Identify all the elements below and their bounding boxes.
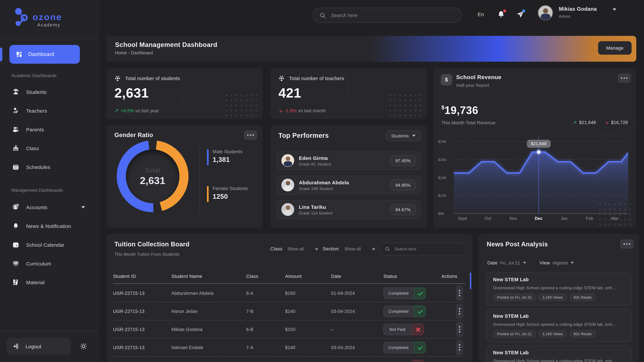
sidebar-item-news-notification[interactable]: News & Notification: [0, 217, 98, 235]
y-tick: $8k: [438, 212, 444, 216]
performer-row[interactable]: Eden Girma Grade 8C Student 97.45%: [276, 151, 420, 170]
chevron-down-icon[interactable]: [523, 262, 526, 264]
status-label: Completed: [384, 287, 414, 299]
sidebar-item-students[interactable]: Students: [0, 82, 98, 101]
news-item-title: New STEM Lab: [493, 350, 529, 355]
news-item-desc: Greenwood High School opened a cutting-e…: [493, 359, 626, 362]
cell-student-id: UGR-22715-13: [113, 327, 144, 332]
manage-button[interactable]: Manage: [598, 41, 632, 55]
cell-date: –: [331, 327, 334, 332]
col-actions: Actions: [442, 274, 457, 279]
logout-button[interactable]: Logout: [7, 338, 70, 355]
news-title: News Post Analysis: [487, 241, 548, 248]
sidebar-item-accounts[interactable]: Accounts: [0, 198, 98, 217]
x-tick: Nov: [510, 216, 517, 221]
table-row: UGR-22715-13 Natnael Endale 7-A $140 03-…: [113, 339, 466, 357]
stat-value: 421: [278, 85, 301, 100]
dashboard-grid-icon: [16, 51, 23, 58]
news-item[interactable]: New STEM Lab Greenwood High School opene…: [486, 345, 632, 362]
active-indicator: [0, 48, 2, 61]
brand-name: ozone: [32, 12, 62, 22]
sidebar-item-schedules[interactable]: Schedules: [0, 158, 98, 176]
sidebar-item-material[interactable]: Material: [0, 273, 98, 292]
tuition-subtitle: This Month Tuition From Students: [114, 252, 180, 257]
performer-row[interactable]: Lina Tariku Grade 11A Student 94.67%: [276, 200, 420, 219]
sidebar-item-teachers[interactable]: Teachers: [0, 101, 98, 120]
cell-amount: $150: [285, 291, 296, 296]
sidebar-item-class[interactable]: Class: [0, 139, 98, 158]
sidebar-item-parents[interactable]: Parents: [0, 120, 98, 139]
sidebar-item-label: Curriculum: [26, 261, 51, 266]
tuition-search: [379, 243, 466, 255]
y-tick: $16k: [438, 175, 446, 179]
teachers-stat-card: Total number of teachers 421 ↘-1.8% vs l…: [270, 68, 427, 119]
chevron-down-icon[interactable]: [570, 262, 574, 264]
row-actions-button[interactable]: [456, 304, 463, 319]
sidebar-item-label: Accounts: [26, 204, 48, 210]
news-menu-button[interactable]: [620, 239, 634, 249]
performers-filter-dropdown[interactable]: Students: [386, 130, 420, 141]
legend-value: 1,381: [213, 156, 242, 164]
col-date: Date: [331, 274, 341, 279]
chevron-down-icon[interactable]: [315, 248, 318, 250]
table-row: UGR-22715-13 Harun Jeilan 7-B $140 03-04…: [113, 302, 466, 321]
performer-row[interactable]: Abdurahman Abdela Grade 10B Student 94.9…: [276, 176, 420, 194]
cell-date: 03-04-2024: [331, 309, 355, 314]
revenue-mini-stats: ↗$21,648 ↘$16,728: [573, 120, 628, 125]
cell-student-name: Harun Jeilan: [172, 309, 198, 314]
app-root: ozone Academy Dashboard Academic Dashboa…: [0, 0, 644, 362]
view-filter-value[interactable]: Highest: [552, 260, 568, 265]
date-filter-value[interactable]: Fri, Jul 21: [500, 260, 520, 265]
row-actions-button[interactable]: [456, 322, 463, 337]
table-scrollbar[interactable]: [470, 273, 471, 289]
section-filter-value[interactable]: Show all: [344, 247, 361, 251]
news-item[interactable]: New STEM Lab Greenwood High School opene…: [486, 309, 632, 342]
language-switcher[interactable]: En: [478, 11, 484, 17]
revenue-down-value: $16,728: [611, 120, 628, 125]
logout-icon: [13, 343, 20, 350]
revenue-menu-button[interactable]: [618, 73, 631, 83]
status-label: Completed: [384, 306, 414, 317]
notifications-button[interactable]: [497, 10, 506, 19]
cell-amount: $140: [285, 309, 296, 314]
sidebar-footer-divider: [0, 331, 98, 332]
sidebar-item-dashboard[interactable]: Dashboard: [10, 45, 80, 64]
messages-button[interactable]: [516, 10, 525, 19]
news-item[interactable]: New STEM Lab Greenwood High School opene…: [486, 272, 632, 306]
status-badge: Not Paid: [384, 324, 424, 335]
row-actions-button[interactable]: [456, 340, 463, 355]
news-item-meta: Posted on Fri, Jul 21 2,165 Views 831 Re…: [493, 294, 596, 301]
brand-subtitle: Academy: [37, 22, 62, 27]
dollar-icon: $: [441, 74, 452, 85]
books-icon: [12, 279, 20, 286]
sidebar-item-curriculum[interactable]: Curriculum: [0, 254, 98, 273]
tuition-search-input[interactable]: [394, 247, 458, 251]
cell-student-id: UGR-22715-13: [113, 291, 144, 296]
search-input[interactable]: [331, 12, 442, 18]
status-label: Not Paid: [384, 324, 412, 335]
chevron-down-icon[interactable]: [372, 248, 375, 250]
gender-title: Gender Ratio: [114, 132, 153, 139]
sidebar-item-school-calendar[interactable]: School Calendar: [0, 235, 98, 254]
class-filter-value[interactable]: Show all: [288, 247, 304, 251]
user-name[interactable]: Mikias Godana: [559, 6, 597, 12]
trend-caption: vs last year: [135, 108, 159, 113]
chevron-down-icon: [81, 206, 85, 208]
y-tick: $20k: [438, 158, 446, 162]
table-row: UGR-22715-13 Abdurahman Abdela 8-A $150 …: [113, 284, 466, 302]
x-tick: Sept: [458, 216, 467, 221]
user-avatar[interactable]: [538, 5, 553, 20]
user-menu-caret-icon[interactable]: [612, 8, 616, 11]
row-actions-button[interactable]: [456, 285, 463, 301]
theme-toggle-button[interactable]: [75, 338, 92, 355]
class-filter-label: Class: [270, 246, 282, 251]
gender-menu-button[interactable]: [244, 130, 257, 140]
cell-amount: $140: [285, 345, 296, 350]
cell-student-id: UGR-22715-13: [113, 309, 144, 314]
legend-value: 1250: [213, 193, 248, 200]
performer-name: Lina Tariku: [299, 204, 332, 210]
messages-badge: [522, 9, 525, 12]
stat-title: Total number of teachers: [289, 76, 344, 81]
news-filters: Date Fri, Jul 21 View Highest: [487, 260, 574, 266]
amount-value: 19,736: [444, 104, 478, 116]
